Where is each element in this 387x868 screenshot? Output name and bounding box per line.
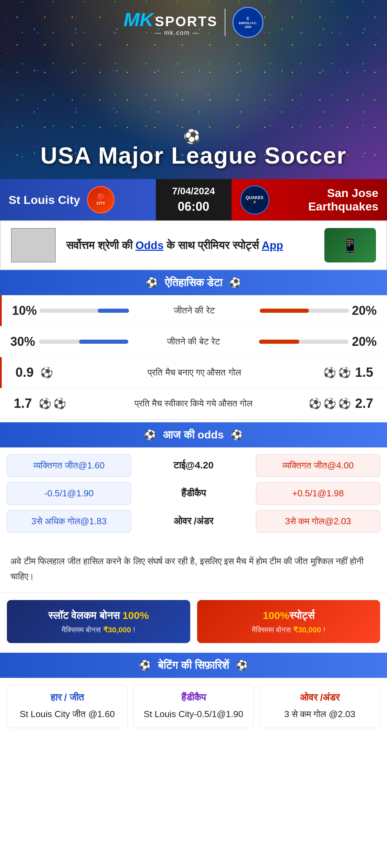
goal-row-conceded: 1.7 ⚽ ⚽ प्रति मैच स्वीकार किये गये औसत ग… [0, 388, 387, 419]
ball-icon-c3: ⚽ [309, 397, 321, 410]
goal-val-home: 0.9 [15, 365, 36, 380]
bonus-card-slots[interactable]: स्लॉट वेलकम बोनस 100% मैक्सिमम बोनस ₹30,… [7, 600, 190, 643]
odds-handicap-label: हैंडीकैप [137, 488, 250, 499]
bar-away-win [260, 309, 309, 313]
odds-soccer-icon-right: ⚽ [231, 429, 243, 441]
odds-handicap-left[interactable]: -0.5/1@1.90 [7, 482, 131, 505]
goal-val-home-c: 1.7 [14, 396, 34, 411]
bonus-card-sports[interactable]: 100%स्पोर्ट्स मैक्सिमम बोनस ₹30,000 ! [197, 600, 380, 643]
bar-away-bet [259, 340, 299, 344]
match-time: 06:00 [178, 199, 209, 214]
goal-right-conceded: ⚽ ⚽ ⚽ 2.7 [283, 396, 373, 411]
bonus-slots-sub: मैक्सिमम बोनस ₹30,000 ! [14, 626, 183, 634]
odds-title: आज की odds [163, 428, 224, 441]
promo-phones: 📱 [324, 228, 376, 262]
goal-label-scored: प्रति मैच बनाए गए औसत गोल [105, 367, 284, 378]
bar-home-win [98, 309, 129, 313]
stat-bar-left-win [40, 309, 139, 313]
odds-row-1: व्यक्तिगत जीत@1.60 टाई@4.20 व्यक्तिगत जी… [7, 454, 380, 477]
odds-section-header: ⚽ आज की odds ⚽ [0, 422, 387, 447]
bonus-sports-sub: मैक्सिमम बोनस ₹30,000 ! [204, 626, 374, 634]
goal-left-scored: 0.9 ⚽ [15, 365, 105, 380]
stat-right-win: 20% [349, 303, 377, 318]
odds-row-3: 3से अधिक गोल@1.83 ओवर /अंडर 3से कम गोल@2… [7, 510, 380, 533]
promo-banner[interactable]: सर्वोत्तम श्रेणी की Odds के साथ प्रीमियर… [0, 220, 387, 270]
stat-label-bet: जीतने की बेट रेट [139, 336, 249, 347]
stat-bar-right-bet [249, 340, 350, 344]
odds-over-left[interactable]: 3से अधिक गोल@1.83 [7, 510, 131, 533]
player-silhouette [90, 21, 297, 152]
goal-right-scored: ⚽ ⚽ 1.5 [284, 365, 373, 380]
ball-icon-2: ⚽ [323, 366, 336, 379]
reco-header-1: हार / जीत [13, 692, 122, 703]
stats-table: 10% जीतने की रेट 20% 30% जीतने की बेट रे… [0, 295, 387, 420]
goal-icons-home-c: ⚽ ⚽ [39, 397, 66, 410]
promo-image [11, 228, 56, 262]
match-center: 7/04/2024 06:00 [156, 179, 232, 220]
goal-icons-home: ⚽ [40, 366, 53, 379]
reco-grid: हार / जीत St Louis City जीत @1.60 हैंडीक… [0, 678, 387, 735]
odds-ou-label: ओवर /अंडर [137, 516, 250, 527]
away-team-badge: QUAKES ⚡ [240, 185, 269, 215]
hero-title: USA Major League Soccer [0, 142, 387, 169]
odds-soccer-icon-left: ⚽ [144, 429, 156, 441]
reco-soccer-icon-left: ⚽ [139, 660, 151, 671]
goal-val-away-c: 2.7 [355, 396, 373, 411]
historical-title: ऐतिहासिक डेटा [165, 276, 223, 289]
reco-card-handicap: हैंडीकैप St Louis City-0.5/1@1.90 [133, 685, 254, 728]
promo-text: सर्वोत्तम श्रेणी की Odds के साथ प्रीमियर… [66, 238, 314, 253]
reco-value-1: St Louis City जीत @1.60 [13, 707, 122, 721]
reco-header-2: हैंडीकैप [139, 692, 248, 703]
reco-header-3: ओवर /अंडर [265, 692, 374, 703]
reco-value-3: 3 से कम गोल @2.03 [265, 707, 374, 721]
home-team-badge: 🔴 CITY [87, 186, 115, 214]
bonus-slots-title: स्लॉट वेलकम बोनस 100% [14, 609, 183, 622]
goal-val-away: 1.5 [355, 365, 373, 380]
odds-grid: व्यक्तिगत जीत@1.60 टाई@4.20 व्यक्तिगत जी… [0, 447, 387, 545]
stat-label-win: जीतने की रेट [139, 305, 249, 316]
historical-section-header: ⚽ ऐतिहासिक डेटा ⚽ [0, 270, 387, 295]
stat-bar-right-win [249, 309, 349, 313]
match-header: St Louis City 🔴 CITY 7/04/2024 06:00 QUA… [0, 179, 387, 220]
away-team-name: San Jose Earthquakes [276, 186, 379, 213]
goal-row-scored: 0.9 ⚽ प्रति मैच बनाए गए औसत गोल ⚽ ⚽ 1.5 [0, 357, 387, 388]
bar-home-bet [79, 340, 128, 344]
away-team-section: QUAKES ⚡ San Jose Earthquakes [232, 179, 387, 220]
reco-card-win-loss: हार / जीत St Louis City जीत @1.60 [7, 685, 128, 728]
goal-icons-away: ⚽ ⚽ [323, 366, 351, 379]
odds-under-right[interactable]: 3से कम गोल@2.03 [256, 510, 380, 533]
ball-icon-c1: ⚽ [39, 397, 51, 410]
bonus-sports-title: 100%स्पोर्ट्स [204, 609, 374, 622]
stat-bar-left-bet [38, 340, 139, 344]
goal-label-conceded: प्रति मैच स्वीकार किये गये औसत गोल [104, 398, 283, 409]
soccer-icon-left: ⚽ [146, 277, 158, 288]
reco-section-header: ⚽ बेटिंग की सिफ़ारिशें ⚽ [0, 653, 387, 678]
analysis-text: अवे टीम फिलहाल जीत हासिल करने के लिए संघ… [0, 545, 387, 592]
bonus-section: स्लॉट वेलकम बोनस 100% मैक्सिमम बोनस ₹30,… [0, 592, 387, 650]
odds-handicap-right[interactable]: +0.5/1@1.98 [256, 482, 380, 505]
recommendations-section: हार / जीत St Louis City जीत @1.60 हैंडीक… [0, 678, 387, 745]
goal-icons-away-c: ⚽ ⚽ ⚽ [309, 397, 351, 410]
stat-row-bet-rate: 30% जीतने की बेट रेट 20% [0, 326, 387, 357]
ball-icon-c5: ⚽ [338, 397, 351, 410]
stat-right-bet: 20% [349, 334, 377, 349]
odds-home-win[interactable]: व्यक्तिगत जीत@1.60 [7, 454, 131, 477]
reco-card-ou: ओवर /अंडर 3 से कम गोल @2.03 [259, 685, 380, 728]
home-team-name: St Louis City [9, 193, 80, 207]
ball-icon-1: ⚽ [40, 366, 53, 379]
odds-row-2: -0.5/1@1.90 हैंडीकैप +0.5/1@1.98 [7, 482, 380, 505]
home-team-section: St Louis City 🔴 CITY [0, 179, 156, 220]
hero-banner: MK SPORTS — mk.com — E EMPOLI F.C. 1920 … [0, 0, 387, 179]
match-date: 7/04/2024 [172, 186, 215, 197]
goal-left-conceded: 1.7 ⚽ ⚽ [14, 396, 104, 411]
ball-icon-3: ⚽ [338, 366, 351, 379]
odds-tie[interactable]: टाई@4.20 [137, 460, 250, 471]
reco-title: बेटिंग की सिफ़ारिशें [158, 659, 229, 672]
stat-left-win: 10% [12, 303, 40, 318]
stat-left-bet: 30% [10, 334, 38, 349]
odds-away-win[interactable]: व्यक्तिगत जीत@4.00 [256, 454, 380, 477]
ball-icon-c2: ⚽ [53, 397, 66, 410]
ball-icon-c4: ⚽ [323, 397, 336, 410]
reco-soccer-icon-right: ⚽ [236, 660, 248, 671]
stat-row-win-rate: 10% जीतने की रेट 20% [0, 295, 387, 326]
